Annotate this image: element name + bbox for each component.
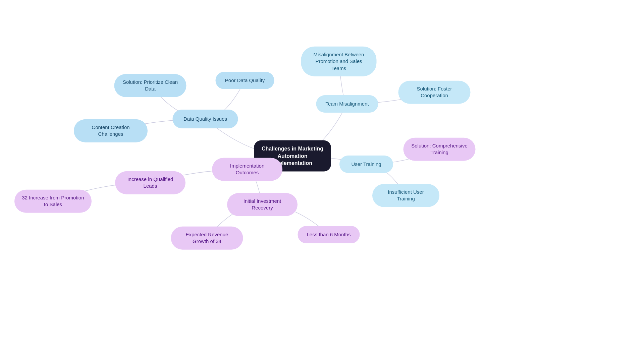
node-label-increaseQualifiedLeads: Increase in Qualified Leads	[122, 176, 178, 190]
node-dataQuality[interactable]: Data Quality Issues	[173, 110, 238, 128]
node-initialInvestment[interactable]: Initial Investment Recovery	[227, 193, 298, 216]
node-label-lessThan6Months: Less than 6 Months	[307, 231, 351, 238]
node-increaseQualifiedLeads[interactable]: Increase in Qualified Leads	[115, 171, 185, 194]
node-label-misalignmentBetween: Misalignment Between Promotion and Sales…	[309, 51, 369, 72]
node-teamMisalignment[interactable]: Team Misalignment	[316, 95, 378, 113]
node-label-contentCreation: Content Creation Challenges	[81, 124, 140, 138]
node-comprehensiveTraining[interactable]: Solution: Comprehensive Training	[404, 138, 476, 161]
node-lessThan6Months[interactable]: Less than 6 Months	[298, 226, 360, 243]
node-insufficientTraining[interactable]: Insufficient User Training	[372, 184, 439, 207]
node-increaseFromPromotion[interactable]: 32 Increase from Promotion to Sales	[14, 190, 92, 213]
node-label-prioritizeCleanData: Solution: Prioritize Clean Data	[122, 79, 179, 93]
node-label-comprehensiveTraining: Solution: Comprehensive Training	[411, 142, 468, 156]
node-label-fosterCooperation: Solution: Foster Cooperation	[406, 85, 463, 99]
node-label-implementationOutcomes: Implementation Outcomes	[219, 163, 275, 176]
node-prioritizeCleanData[interactable]: Solution: Prioritize Clean Data	[114, 74, 186, 97]
node-label-poorDataQuality: Poor Data Quality	[225, 77, 265, 84]
node-fosterCooperation[interactable]: Solution: Foster Cooperation	[398, 81, 471, 104]
node-label-userTraining: User Training	[351, 161, 381, 168]
node-implementationOutcomes[interactable]: Implementation Outcomes	[212, 158, 282, 181]
node-contentCreation[interactable]: Content Creation Challenges	[74, 119, 148, 142]
node-poorDataQuality[interactable]: Poor Data Quality	[216, 72, 274, 89]
node-label-increaseFromPromotion: 32 Increase from Promotion to Sales	[22, 194, 84, 208]
node-label-expectedRevenue: Expected Revenue Growth of 34	[178, 231, 236, 245]
node-userTraining[interactable]: User Training	[339, 156, 393, 173]
node-label-initialInvestment: Initial Investment Recovery	[234, 198, 290, 211]
node-label-teamMisalignment: Team Misalignment	[325, 101, 369, 107]
node-label-insufficientTraining: Insufficient User Training	[380, 189, 432, 202]
node-expectedRevenue[interactable]: Expected Revenue Growth of 34	[171, 227, 243, 250]
node-label-dataQuality: Data Quality Issues	[183, 116, 227, 122]
node-misalignmentBetween[interactable]: Misalignment Between Promotion and Sales…	[301, 47, 377, 76]
mindmap-container: Challenges in Marketing Automation Imple…	[0, 0, 644, 363]
